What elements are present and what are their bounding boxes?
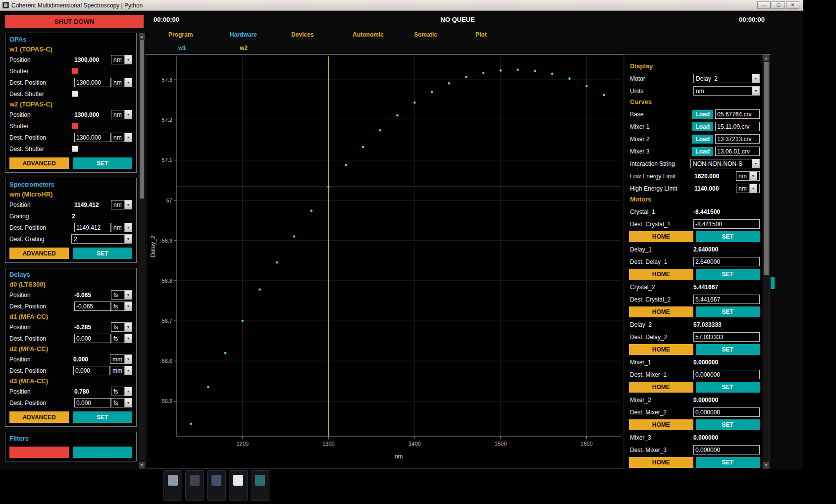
taskbar-icon[interactable] bbox=[229, 470, 248, 501]
tab[interactable]: Somatic bbox=[414, 31, 475, 38]
set-button[interactable]: SET bbox=[696, 382, 760, 393]
dest-position-input[interactable] bbox=[74, 223, 111, 232]
home-button[interactable]: HOME bbox=[629, 231, 693, 242]
interaction-label: Interaction String bbox=[630, 160, 690, 167]
position-units-dropdown[interactable]: nm▼ bbox=[111, 200, 132, 209]
dest-position-input[interactable] bbox=[74, 302, 111, 311]
maximize-button[interactable]: ▢ bbox=[772, 1, 785, 9]
load-button[interactable]: Load bbox=[692, 122, 713, 131]
plot-area[interactable]: 1200130014001500160056.556.656.756.856.9… bbox=[147, 54, 624, 469]
minimize-button[interactable]: ─ bbox=[757, 1, 771, 9]
scroll-down-icon[interactable]: ▼ bbox=[763, 462, 769, 468]
sidebar-scrollbar[interactable]: ▲ ▼ bbox=[139, 33, 145, 469]
dest-units-dropdown[interactable]: mm▼ bbox=[110, 366, 132, 375]
dest-units-dropdown[interactable]: nm▼ bbox=[111, 133, 132, 142]
home-button[interactable]: HOME bbox=[629, 269, 693, 280]
tab[interactable]: Devices bbox=[291, 31, 353, 38]
filters-button[interactable] bbox=[9, 447, 69, 458]
dest-units-dropdown[interactable]: nm▼ bbox=[111, 78, 132, 87]
home-button[interactable]: HOME bbox=[629, 344, 693, 355]
load-button[interactable]: Load bbox=[692, 110, 713, 119]
set-button[interactable]: SET bbox=[696, 269, 760, 280]
subtab[interactable]: w1 bbox=[178, 45, 240, 51]
motor-dest-input[interactable] bbox=[693, 445, 760, 454]
curve-file-input[interactable] bbox=[715, 134, 760, 144]
motor-dropdown[interactable]: Delay_2▼ bbox=[693, 74, 760, 83]
scroll-down-icon[interactable]: ▼ bbox=[139, 462, 145, 468]
dest-position-input[interactable] bbox=[74, 398, 111, 407]
position-units-dropdown[interactable]: fs▼ bbox=[111, 322, 132, 332]
position-units-dropdown[interactable]: mm▼ bbox=[110, 354, 132, 364]
scroll-up-icon[interactable]: ▲ bbox=[763, 55, 769, 61]
home-button[interactable]: HOME bbox=[629, 419, 693, 430]
load-button[interactable]: Load bbox=[692, 147, 713, 156]
curve-file-input[interactable] bbox=[715, 147, 760, 156]
units-dropdown[interactable]: nm▼ bbox=[693, 86, 760, 96]
opa-control-panel: Display Motor Delay_2▼ Units nm▼ Curves … bbox=[625, 54, 762, 469]
dest-position-input[interactable] bbox=[73, 366, 110, 375]
dest-position-row: Dest. Position nm▼ bbox=[9, 222, 132, 233]
taskbar-icon[interactable] bbox=[251, 470, 269, 501]
position-units-dropdown[interactable]: nm▼ bbox=[111, 110, 132, 119]
dest-units-dropdown[interactable]: nm▼ bbox=[111, 223, 132, 232]
motor-dest-input[interactable] bbox=[693, 257, 760, 266]
advanced-button[interactable]: ADVANCED bbox=[9, 157, 69, 169]
dest-position-input[interactable] bbox=[74, 133, 111, 142]
motor-name: Mixer_2 bbox=[630, 397, 693, 403]
splitter-handle[interactable] bbox=[771, 277, 775, 289]
position-units-dropdown[interactable]: nm▼ bbox=[111, 55, 132, 64]
set-button[interactable]: SET bbox=[696, 419, 760, 430]
curve-file-input[interactable] bbox=[715, 109, 760, 119]
taskbar-icon[interactable] bbox=[207, 470, 226, 501]
home-button[interactable]: HOME bbox=[629, 382, 693, 393]
home-button[interactable]: HOME bbox=[629, 457, 693, 468]
dest-units-dropdown[interactable]: fs▼ bbox=[111, 398, 132, 407]
dest-units-dropdown[interactable]: fs▼ bbox=[111, 334, 132, 343]
motor-buttons-row: HOME SET bbox=[627, 268, 761, 281]
motor-dest-input[interactable] bbox=[693, 219, 760, 229]
panel-scrollbar[interactable]: ▲ ▼ bbox=[763, 54, 770, 469]
load-button[interactable]: Load bbox=[692, 135, 713, 144]
motor-dest-input[interactable] bbox=[693, 407, 760, 417]
home-button[interactable]: HOME bbox=[629, 306, 693, 317]
advanced-button[interactable]: ADVANCED bbox=[9, 411, 69, 423]
motor-dest-input[interactable] bbox=[693, 370, 760, 379]
taskbar-icon[interactable] bbox=[163, 470, 182, 501]
motor-dest-input[interactable] bbox=[693, 295, 760, 304]
curve-file-input[interactable] bbox=[715, 122, 760, 131]
filters-set-button[interactable] bbox=[73, 447, 132, 458]
set-button[interactable]: SET bbox=[696, 457, 760, 468]
set-button[interactable]: SET bbox=[696, 306, 760, 317]
dest-position-row: Dest. Position fs▼ bbox=[9, 397, 132, 408]
interaction-dropdown[interactable]: NON-NON-NON-S▼ bbox=[690, 159, 760, 168]
position-units-dropdown[interactable]: fs▼ bbox=[111, 387, 132, 396]
dest-shutter-checkbox[interactable] bbox=[72, 146, 78, 152]
advanced-button[interactable]: ADVANCED bbox=[9, 248, 69, 259]
scrollbar-thumb[interactable] bbox=[764, 62, 769, 275]
set-button[interactable]: SET bbox=[73, 411, 132, 423]
dest-grating-dropdown[interactable]: 2▼ bbox=[71, 234, 132, 244]
tab[interactable]: Autonomic bbox=[353, 31, 414, 38]
low-energy-units-dropdown[interactable]: nm▼ bbox=[736, 171, 760, 181]
shutdown-button[interactable]: SHUT DOWN bbox=[5, 15, 144, 28]
dest-position-input[interactable] bbox=[74, 78, 111, 87]
tab[interactable]: Hardware bbox=[230, 31, 291, 38]
dest-position-input[interactable] bbox=[74, 334, 111, 343]
set-button[interactable]: SET bbox=[73, 157, 132, 169]
high-energy-units-dropdown[interactable]: nm▼ bbox=[736, 184, 760, 193]
set-button[interactable]: SET bbox=[696, 231, 760, 242]
tab[interactable]: Plot bbox=[475, 31, 537, 38]
taskbar-icon[interactable] bbox=[185, 470, 204, 501]
position-units-dropdown[interactable]: fs▼ bbox=[111, 290, 132, 300]
scrollbar-thumb[interactable] bbox=[140, 40, 144, 199]
subtab[interactable]: w2 bbox=[240, 45, 301, 51]
scroll-up-icon[interactable]: ▲ bbox=[139, 33, 145, 40]
dest-shutter-checkbox[interactable] bbox=[72, 91, 78, 97]
set-button[interactable]: SET bbox=[73, 248, 132, 259]
close-button[interactable]: ✕ bbox=[786, 1, 799, 9]
dest-units-dropdown[interactable]: fs▼ bbox=[111, 302, 132, 311]
set-button[interactable]: SET bbox=[696, 344, 760, 355]
tab[interactable]: Program bbox=[168, 31, 230, 38]
motor-dest-input[interactable] bbox=[693, 332, 760, 342]
motor-value-row: Delay_2 57.033333 bbox=[627, 318, 761, 331]
